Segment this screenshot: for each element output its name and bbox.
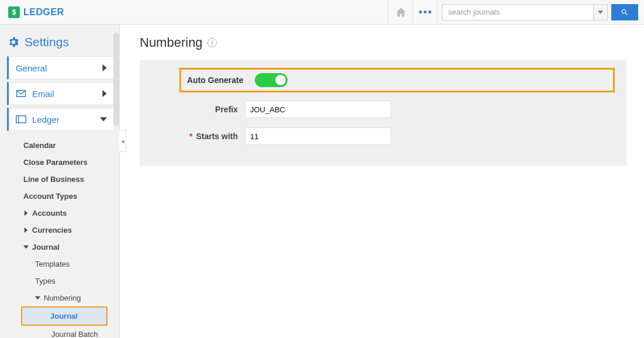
search-button[interactable] bbox=[611, 4, 638, 20]
auto-generate-label: Auto Generate bbox=[187, 75, 243, 85]
subnav-numbering-journal-batch[interactable]: Journal Batch bbox=[21, 326, 115, 338]
dots-icon bbox=[419, 11, 431, 13]
subnav-accounts[interactable]: Accounts bbox=[21, 205, 115, 222]
envelope-icon bbox=[16, 89, 26, 98]
subnav-label: Accounts bbox=[32, 209, 67, 218]
subnav-journal-numbering[interactable]: Numbering bbox=[21, 289, 115, 306]
info-icon[interactable]: i bbox=[207, 38, 217, 47]
prefix-input[interactable] bbox=[245, 101, 391, 118]
subnav-label: Currencies bbox=[32, 226, 72, 234]
subnav-calendar[interactable]: Calendar bbox=[21, 137, 115, 154]
starts-with-row: * Starts with bbox=[151, 127, 615, 145]
subnav-currencies[interactable]: Currencies bbox=[21, 222, 115, 239]
prefix-row: Prefix bbox=[151, 101, 615, 118]
app-name: LEDGER bbox=[23, 7, 64, 18]
subnav-account-types[interactable]: Account Types bbox=[21, 188, 115, 205]
prefix-label: Prefix bbox=[151, 105, 245, 114]
chevron-right-icon bbox=[23, 211, 29, 216]
sidebar-collapse-handle[interactable]: ◂ bbox=[119, 130, 126, 152]
search-dropdown-button[interactable] bbox=[594, 4, 608, 20]
sidebar-item-label: General bbox=[16, 63, 102, 73]
chevron-right-icon bbox=[102, 64, 107, 71]
top-bar: $ LEDGER bbox=[0, 0, 644, 25]
subnav-numbering-journal[interactable]: Journal bbox=[21, 306, 108, 326]
search-input[interactable] bbox=[442, 4, 594, 20]
subnav-journal-types[interactable]: Types bbox=[21, 273, 115, 289]
page-title-text: Numbering bbox=[140, 35, 203, 50]
gear-icon bbox=[7, 36, 20, 49]
chevron-down-icon bbox=[23, 244, 29, 250]
sidebar: Settings General Email Ledger Calendar C… bbox=[0, 25, 120, 338]
page-title: Numbering i bbox=[140, 35, 626, 50]
auto-generate-highlight: Auto Generate bbox=[179, 68, 615, 92]
subnav-journal[interactable]: Journal bbox=[21, 239, 115, 256]
main-content: ◂ Numbering i Auto Generate Prefix * Sta… bbox=[120, 25, 644, 338]
top-icon-group bbox=[388, 0, 437, 24]
chevron-down-icon bbox=[100, 117, 107, 122]
subnav-line-of-business[interactable]: Line of Business bbox=[21, 171, 115, 188]
chevron-down-icon bbox=[35, 295, 40, 301]
settings-heading: Settings bbox=[7, 35, 115, 49]
ledger-subnav: Calendar Close Parameters Line of Busine… bbox=[7, 133, 115, 338]
home-icon bbox=[395, 6, 407, 18]
auto-generate-toggle[interactable] bbox=[255, 73, 288, 87]
home-button[interactable] bbox=[388, 0, 413, 25]
sidebar-item-email[interactable]: Email bbox=[7, 82, 115, 105]
sidebar-item-label: Ledger bbox=[32, 115, 100, 125]
sidebar-item-ledger[interactable]: Ledger bbox=[7, 108, 115, 131]
chevron-right-icon bbox=[23, 227, 29, 233]
subnav-journal-templates[interactable]: Templates bbox=[21, 256, 115, 273]
sidebar-scrollbar[interactable] bbox=[113, 33, 119, 126]
chevron-right-icon bbox=[102, 90, 107, 97]
starts-with-input[interactable] bbox=[245, 127, 391, 145]
starts-with-label-text: Starts with bbox=[196, 132, 238, 141]
toggle-knob bbox=[275, 75, 286, 85]
subnav-label: Numbering bbox=[44, 294, 81, 302]
ledger-icon bbox=[16, 115, 26, 123]
settings-title: Settings bbox=[25, 35, 69, 49]
subnav-close-parameters[interactable]: Close Parameters bbox=[21, 154, 115, 171]
svg-rect-0 bbox=[16, 116, 26, 123]
app-logo[interactable]: $ LEDGER bbox=[8, 6, 64, 18]
starts-with-label: * Starts with bbox=[151, 132, 245, 141]
sidebar-item-general[interactable]: General bbox=[7, 56, 115, 80]
search-icon bbox=[621, 8, 629, 16]
search-group bbox=[442, 4, 638, 20]
sidebar-item-label: Email bbox=[32, 89, 102, 99]
numbering-form: Auto Generate Prefix * Starts with bbox=[140, 60, 626, 166]
chevron-down-icon bbox=[598, 11, 603, 14]
ledger-logo-icon: $ bbox=[8, 6, 20, 18]
subnav-label: Journal bbox=[32, 243, 60, 251]
more-menu-button[interactable] bbox=[413, 0, 437, 25]
